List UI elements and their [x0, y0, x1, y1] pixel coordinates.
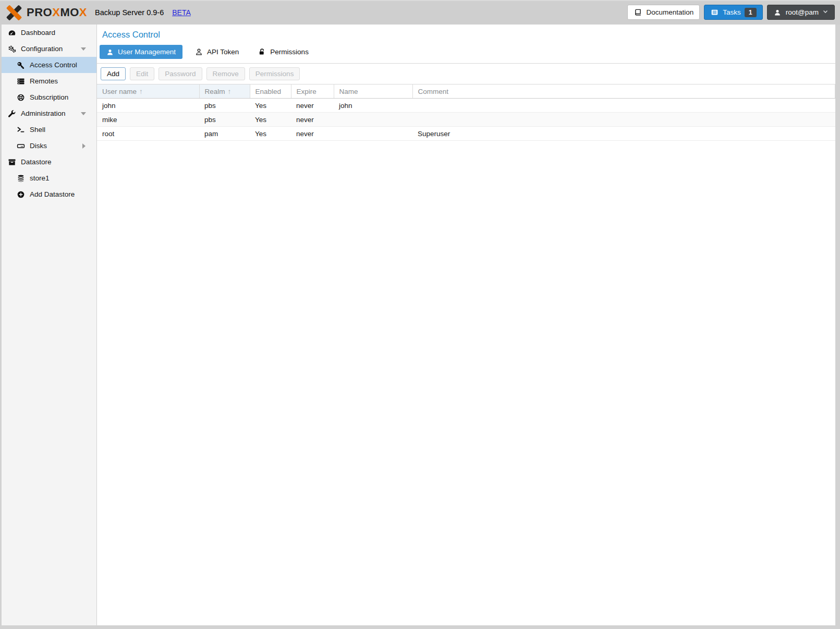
table-header-row: User name↑ Realm↑ Enabled Expire Name Co…: [97, 84, 835, 99]
archive-icon: [7, 158, 16, 166]
sidebar-item-datastore[interactable]: Datastore: [2, 154, 96, 170]
task-list-icon: [710, 8, 719, 17]
column-header-enabled[interactable]: Enabled: [250, 84, 291, 99]
column-header-user-name[interactable]: User name↑: [97, 84, 199, 99]
sidebar-item-store1[interactable]: store1: [2, 170, 96, 186]
top-bar: PROXMOX Backup Server 0.9-6 BETA Documen…: [0, 0, 840, 25]
tab-api-token[interactable]: API Token: [188, 45, 246, 59]
product-subtitle: Backup Server 0.9-6: [95, 8, 164, 17]
permissions-button[interactable]: Permissions: [249, 67, 300, 80]
unlock-icon: [258, 48, 266, 56]
sidebar-item-dashboard[interactable]: Dashboard: [2, 25, 96, 41]
page-title: Access Control: [97, 25, 835, 40]
collapse-caret-icon[interactable]: [81, 112, 86, 115]
cell-name: [334, 127, 412, 141]
hdd-icon: [16, 142, 25, 150]
cell-user: john: [97, 99, 199, 113]
cell-enabled: Yes: [250, 113, 291, 127]
tab-user-management[interactable]: User Management: [100, 45, 182, 59]
dashboard-icon: [7, 29, 16, 37]
user-menu-button[interactable]: root@pam: [767, 5, 835, 20]
app-frame: Dashboard Configuration Access Control R…: [2, 25, 835, 625]
sidebar-item-disks[interactable]: Disks: [2, 138, 96, 154]
sort-asc-icon: ↑: [139, 88, 143, 95]
cell-comment: [412, 113, 835, 127]
documentation-button[interactable]: Documentation: [627, 5, 700, 20]
support-icon: [16, 93, 25, 102]
add-button[interactable]: Add: [101, 67, 126, 80]
user-icon: [773, 8, 782, 17]
sidebar-item-configuration[interactable]: Configuration: [2, 41, 96, 57]
collapse-caret-icon[interactable]: [81, 47, 86, 51]
sidebar-item-shell[interactable]: Shell: [2, 122, 96, 138]
main-panel: Access Control User Management API Token…: [97, 25, 835, 625]
cell-name: [334, 113, 412, 127]
cell-realm: pbs: [199, 113, 250, 127]
beta-link[interactable]: BETA: [172, 8, 191, 17]
database-icon: [16, 174, 25, 183]
brand-wordmark: PROXMOX: [27, 6, 87, 19]
column-header-expire[interactable]: Expire: [291, 84, 334, 99]
cell-realm: pam: [199, 127, 250, 141]
toolbar: Add Edit Password Remove Permissions: [97, 64, 835, 84]
cell-comment: [412, 99, 835, 113]
cell-expire: never: [291, 127, 334, 141]
expand-caret-icon[interactable]: [82, 143, 86, 149]
terminal-icon: [16, 126, 25, 134]
proxmox-x-icon: [6, 5, 22, 20]
column-header-realm[interactable]: Realm↑: [199, 84, 250, 99]
cell-expire: never: [291, 99, 334, 113]
sidebar-item-subscription[interactable]: Subscription: [2, 89, 96, 105]
tab-bar: User Management API Token Permissions: [97, 40, 835, 64]
proxmox-logo: PROXMOX Backup Server 0.9-6 BETA: [6, 5, 191, 20]
sort-asc-icon: ↑: [228, 88, 232, 95]
sidebar-item-administration[interactable]: Administration: [2, 105, 96, 122]
edit-button[interactable]: Edit: [130, 67, 154, 80]
table-row[interactable]: root pam Yes never Superuser: [97, 127, 835, 141]
tasks-count-badge: 1: [745, 8, 757, 17]
cell-enabled: Yes: [250, 127, 291, 141]
table-row[interactable]: john pbs Yes never john: [97, 99, 835, 113]
user-outline-icon: [195, 48, 203, 56]
user-solid-icon: [106, 49, 114, 56]
book-icon: [634, 8, 642, 17]
cell-expire: never: [291, 113, 334, 127]
plus-circle-icon: [16, 190, 25, 199]
key-icon: [16, 61, 25, 69]
wrench-icon: [7, 110, 16, 118]
remove-button[interactable]: Remove: [206, 67, 245, 80]
cell-realm: pbs: [199, 99, 250, 113]
chevron-down-icon: [822, 8, 829, 16]
topbar-actions: Documentation Tasks 1 root@pam: [627, 5, 835, 20]
sidebar-item-access-control[interactable]: Access Control: [2, 57, 96, 73]
table-row[interactable]: mike pbs Yes never: [97, 113, 835, 127]
password-button[interactable]: Password: [159, 67, 202, 80]
sidebar-item-remotes[interactable]: Remotes: [2, 73, 96, 89]
cell-enabled: Yes: [250, 99, 291, 113]
tab-permissions[interactable]: Permissions: [251, 45, 315, 59]
sidebar-item-add-datastore[interactable]: Add Datastore: [2, 186, 96, 202]
column-header-comment[interactable]: Comment: [412, 84, 835, 99]
server-icon: [16, 77, 25, 86]
gears-icon: [7, 45, 16, 53]
cell-comment: Superuser: [412, 127, 835, 141]
cell-name: john: [334, 99, 412, 113]
cell-user: mike: [97, 113, 199, 127]
column-header-name[interactable]: Name: [334, 84, 412, 99]
cell-user: root: [97, 127, 199, 141]
tasks-button[interactable]: Tasks 1: [704, 5, 762, 20]
sidebar: Dashboard Configuration Access Control R…: [2, 25, 97, 625]
users-table: User name↑ Realm↑ Enabled Expire Name Co…: [97, 84, 835, 141]
